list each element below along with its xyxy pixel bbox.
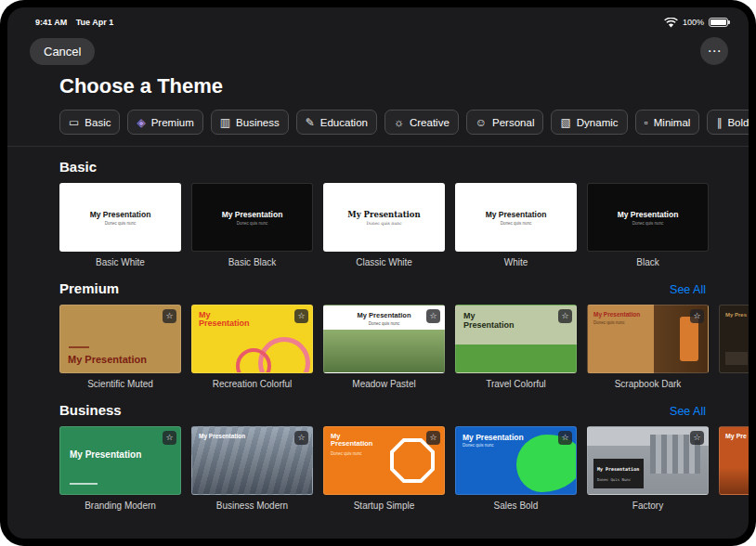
theme-label: Travel Colorful <box>455 379 577 390</box>
thumb-subtitle: Donec quis nunc <box>501 221 532 226</box>
favorite-star-icon[interactable]: ☆ <box>163 431 176 445</box>
theme-label: Factory <box>587 500 709 512</box>
theme-thumb: ☆ My Presentation <box>59 305 181 373</box>
theme-card[interactable]: My Presentation Donec quis nunc Basic Bl… <box>191 183 313 268</box>
more-options-button[interactable]: ⋯ <box>700 37 728 65</box>
theme-card[interactable]: ☆ My Presentation Donec quis nunc Sales … <box>455 426 577 512</box>
filter-chip[interactable]: ▭ Basic <box>59 110 120 135</box>
see-all-link-business[interactable]: See All <box>670 405 706 418</box>
favorite-star-icon[interactable]: ☆ <box>294 309 308 323</box>
filter-label: Education <box>320 117 368 128</box>
thumb-title: My Pre <box>725 433 749 439</box>
section-premium-header: Premium See All <box>59 280 749 296</box>
theme-thumb: ☆ My Pres <box>719 305 749 373</box>
theme-card[interactable]: ☆ My Presentation Donec quis nunc Scrapb… <box>587 305 709 390</box>
favorite-star-icon[interactable]: ☆ <box>558 431 572 445</box>
filter-icon: ▥ <box>220 117 230 128</box>
thumb-title: My Presentation <box>222 210 283 219</box>
theme-label: Sales Bold <box>455 500 577 512</box>
theme-thumb: My Presentation Donec quis nunc <box>455 183 577 252</box>
filter-chip[interactable]: ◈ Premium <box>127 110 202 135</box>
thumb-title: My Presentation <box>593 311 647 318</box>
theme-label: Meadow Pastel <box>323 379 445 390</box>
thumb-title: My Presentation <box>463 433 524 442</box>
favorite-star-icon[interactable]: ☆ <box>690 431 704 445</box>
filter-label: Basic <box>85 117 111 128</box>
theme-row-basic: My Presentation Donec quis nunc Basic Wh… <box>59 183 749 268</box>
thumb-subtitle: Donec quis nunc <box>331 451 368 456</box>
battery-fill <box>710 20 726 25</box>
filter-icon: ▧ <box>560 117 570 128</box>
theme-thumb: ☆ My Presentation Donec quis nunc <box>587 305 709 373</box>
favorite-star-icon[interactable]: ☆ <box>426 309 440 323</box>
favorite-star-icon[interactable]: ☆ <box>690 309 704 323</box>
thumb-title: My Presentation <box>347 210 420 219</box>
filter-chip[interactable]: ▧ Dynamic <box>551 110 627 135</box>
theme-card[interactable]: ☆ My Presentation Business Modern <box>191 426 313 512</box>
theme-thumb: ☆ My Pre <box>719 426 749 495</box>
theme-thumb: ☆ My Presentation Donec quis nunc <box>323 305 445 373</box>
theme-card[interactable]: ☆ My Presentation Donec quis nunc Meadow… <box>323 305 445 390</box>
see-all-link-premium[interactable]: See All <box>670 283 706 296</box>
page-title: Choose a Theme <box>59 74 749 98</box>
theme-label: Startup Simple <box>323 500 445 512</box>
filter-chip[interactable]: ☺ Personal <box>466 110 544 135</box>
filter-icon: ∥ <box>716 117 722 128</box>
filter-chip[interactable]: ▥ Business <box>211 110 289 135</box>
theme-card[interactable]: My Presentation Donec quis nunc White <box>455 183 577 268</box>
divider <box>7 146 749 147</box>
theme-card[interactable]: My Presentation Donec quis nunc Basic Wh… <box>59 183 181 268</box>
favorite-star-icon[interactable]: ☆ <box>294 431 308 445</box>
theme-card[interactable]: ☆ My Presentation Scientific Muted <box>59 305 181 390</box>
cancel-button[interactable]: Cancel <box>30 38 95 65</box>
theme-card[interactable]: ☆ My Pre <box>719 426 749 512</box>
filter-chip-row: ▭ Basic ◈ Premium ▥ Business ✎ Education <box>59 110 749 135</box>
theme-label: Branding Modern <box>59 500 181 512</box>
section-business: Business See All ☆ My Presentation Brand… <box>59 402 749 512</box>
thumb-title: My Presentation <box>463 311 521 331</box>
filter-label: Premium <box>151 117 194 128</box>
theme-thumb: ☆ My Presentation <box>191 305 313 373</box>
battery-percent: 100% <box>683 18 704 27</box>
thumb-title: My Presentation <box>68 355 151 365</box>
theme-label: White <box>455 257 577 268</box>
thumb-title: My Presentation <box>618 210 679 219</box>
theme-card[interactable]: My Presentation Donec quis nunc Classic … <box>323 183 445 268</box>
thumb-subtitle: Donec Quis Nunc <box>597 477 631 482</box>
filter-label: Personal <box>492 117 534 128</box>
thumb-title: My Presentation <box>331 433 377 448</box>
filter-chip[interactable]: ✎ Education <box>296 110 377 135</box>
filter-icon: ☺ <box>476 117 487 128</box>
section-basic: Basic My Presentation Donec quis nunc Ba… <box>59 159 749 268</box>
theme-label: Scrapbook Dark <box>587 379 709 390</box>
theme-thumb: My Presentation Donec quis nunc <box>587 183 709 252</box>
keynote-theme-chooser-screen: 9:41 AM Tue Apr 1 100% Cancel ⋯ Choose <box>7 7 749 539</box>
thumb-subtitle: Donec quis nunc <box>463 443 494 448</box>
filter-icon: ▭ <box>69 117 79 128</box>
favorite-star-icon[interactable]: ☆ <box>558 309 572 323</box>
thumb-subtitle: Donec quis nunc <box>237 221 268 226</box>
theme-card[interactable]: ☆ My Pres <box>719 305 749 390</box>
theme-card[interactable]: ☆ My Presentation Branding Modern <box>59 426 181 512</box>
filter-label: Dynamic <box>577 117 619 128</box>
theme-card[interactable]: ☆ My Presentation Recreation Colorful <box>191 305 313 390</box>
section-premium: Premium See All ☆ My Presentation Scient… <box>59 280 749 390</box>
theme-row-premium: ☆ My Presentation Scientific Muted ☆ My … <box>59 305 749 390</box>
filter-icon: ▫ <box>645 117 648 128</box>
filter-label: Creative <box>410 117 450 128</box>
favorite-star-icon[interactable]: ☆ <box>426 431 440 445</box>
theme-card[interactable]: ☆ My Presentation Travel Colorful <box>455 305 577 390</box>
theme-thumb: ☆ My Presentation Donec quis nunc <box>323 426 445 495</box>
filter-chip[interactable]: ∥ Bold <box>707 110 749 135</box>
theme-card[interactable]: My Presentation Donec quis nunc Black <box>587 183 709 268</box>
theme-card[interactable]: ☆ My Presentation Donec Quis Nunc Factor… <box>587 426 709 512</box>
section-title: Business <box>59 402 122 418</box>
ipad-frame: 9:41 AM Tue Apr 1 100% Cancel ⋯ Choose <box>0 0 756 546</box>
filter-label: Business <box>236 117 280 128</box>
theme-card[interactable]: ☆ My Presentation Donec quis nunc Startu… <box>323 426 445 512</box>
filter-chip[interactable]: ☼ Creative <box>385 110 459 135</box>
theme-label: Classic White <box>323 257 445 268</box>
status-bar: 9:41 AM Tue Apr 1 100% <box>7 7 749 30</box>
filter-chip[interactable]: ▫ Minimal <box>635 110 700 135</box>
favorite-star-icon[interactable]: ☆ <box>163 309 176 323</box>
